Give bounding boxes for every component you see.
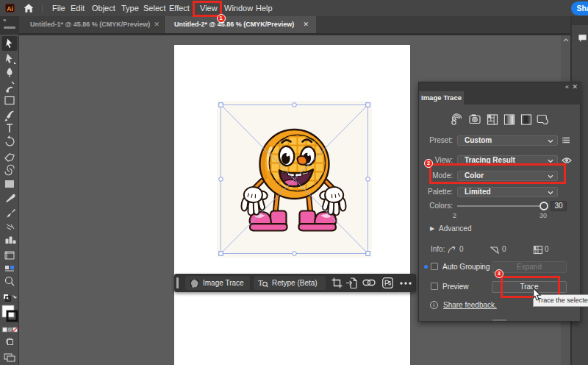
svg-text:T: T bbox=[258, 278, 263, 287]
